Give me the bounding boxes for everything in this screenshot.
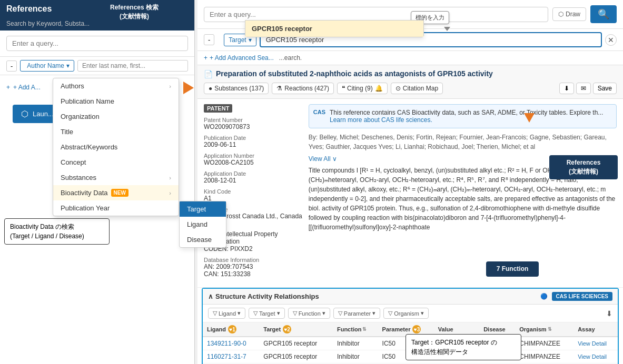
ligand-badge: ♥1 [228,325,236,333]
organism-cell-2: CHIMPANZEE [519,353,560,360]
submenu-ligand[interactable]: Ligand [180,217,226,232]
dropdown-publication-name[interactable]: Publication Name [53,94,179,109]
filter-tri-icon: ▽ [213,310,217,317]
left-panel: References Search by Keyword, Substa... … [0,0,195,364]
dropdown-substances[interactable]: Substances › [53,170,179,185]
target-dropdown-label: Target [229,36,246,44]
col-ligand: Ligand ♥1 [203,322,259,337]
save-button[interactable]: Save [593,83,617,94]
tooltip-arrow [444,27,450,31]
tab-citing[interactable]: ❝ Citing (9) 🔔 [337,83,388,94]
doc-icon: 📄 [204,70,213,78]
sar-download-icon[interactable]: ⬇ [606,309,612,318]
publication-year-label: Publication Year [61,204,110,212]
draw-button[interactable]: ⬡ Draw [552,7,586,21]
cas-banner-text: This reference contains CAS Bioactivity … [330,109,603,124]
substances-label: Substances [61,174,96,181]
target-filter-label: Target [259,310,275,317]
article-text-area: CAS This reference contains CAS Bioactiv… [309,104,617,282]
chevron-right-icon-3: › [169,190,171,196]
left-search-area [0,31,194,57]
db-block: Database Information AN: 2009:707543CAN:… [204,257,302,278]
target-badge: ♥2 [283,325,291,333]
author-name-dropdown[interactable]: Author Name ▾ [20,60,74,72]
autocomplete-item-1[interactable]: GPCR105 receptor [245,21,423,37]
chevron-down-parameter: ▾ [372,310,375,317]
clear-target-btn[interactable]: ✕ [605,34,617,46]
filter-tri-icon-4: ▽ [338,310,342,317]
cas-logo: CAS [313,109,325,115]
collapse-icon[interactable]: ∧ [208,292,213,300]
authors-label: Authors [61,82,84,90]
app-date-value: 2008-12-01 [204,177,302,184]
chevron-down-ligand: ▾ [238,310,241,317]
col-assay: Assay [573,322,618,337]
app-date-block: Application Date 2008-12-01 [204,170,302,184]
left-search-input[interactable] [6,36,188,51]
dropdown-pub-year[interactable]: Publication Year [53,200,179,216]
dropdown-concept[interactable]: Concept [53,155,179,170]
app-title: References [6,4,52,13]
target-filter[interactable]: ▽ Target ▾ [249,308,285,319]
author-filter-input[interactable] [77,60,188,72]
dropdown-abstract[interactable]: Abstract/Keywords [53,139,179,155]
ligand-link-2[interactable]: 1160271-31-7 [207,353,246,360]
tab-substances[interactable]: ● Substances (137) [204,83,269,94]
assay-link-1[interactable]: View Detail [578,340,607,347]
cas-logo-small: 🔵 [540,293,548,300]
ligand-link-1[interactable]: 1349211-90-0 [207,340,246,347]
target-minus-btn[interactable]: - [204,34,214,45]
filter-minus-btn[interactable]: - [6,60,17,72]
submenu-target[interactable]: Target [180,201,226,217]
disease-label: Disease [187,236,212,244]
concept-label: Concept [61,158,86,166]
article-tabs: ● Substances (137) ⚗ Reactions (427) ❝ C… [204,83,617,94]
learn-more-link[interactable]: Learn more about CAS life sciences. [330,116,432,124]
ligand-filter[interactable]: ▽ Ligand ▾ [208,308,245,319]
chevron-down-icon: ▾ [66,62,70,69]
tab-reactions[interactable]: ⚗ Reactions (427) [272,83,334,94]
filter-row: - Author Name ▾ [0,57,194,75]
sar-title: ∧ Structure Activity Relationships [208,292,319,300]
dropdown-bioactivity[interactable]: Bioactivity Data NEW › [53,185,179,200]
article-title: 📄 Preparation of substituted 2-naphthoic… [204,69,617,78]
plus-icon-right: + [204,54,207,62]
dropdown-title[interactable]: Title [53,124,179,139]
search-button[interactable]: 🔍 [590,5,617,23]
ligand-filter-label: Ligand [219,310,236,317]
function-filter[interactable]: ▽ Function ▾ [288,308,330,319]
app-number-value: WO2008-CA2105 [204,159,302,166]
add-advanced-right: + + Add Advanced Sea... ...earch. [197,51,623,65]
app-number-label: Application Number [204,153,302,159]
substances-tab-icon: ● [209,85,212,92]
parameter-badge: ♥3 [412,325,421,333]
arrow-right [183,82,194,96]
view-all-link[interactable]: View All ∨ [309,155,337,163]
dropdown-authors[interactable]: Authors › [53,78,179,94]
db-value: AN: 2009:707543CAN: 151:33238 [204,263,302,278]
pub-date-value: 2009-06-11 [204,141,302,148]
chevron-right-icon-2: › [169,175,171,181]
ligand-col-label: Ligand [207,326,226,332]
target-col-label: Target [263,326,281,332]
references-right-annotation: References(文献情報) [549,155,618,179]
function-cell-2: Inhibitor [337,353,360,360]
submenu-disease[interactable]: Disease [180,232,226,247]
tab-citation-map[interactable]: ⊙ Citation Map [391,83,443,94]
organism-sort-icon: ⇅ [548,327,552,332]
citing-tab-label: Citing (9) [347,85,373,92]
organism-filter[interactable]: ▽ Organism ▾ [383,308,429,319]
target-cell-2: GPCR105 receptor [263,353,317,360]
parameter-filter[interactable]: ▽ Parameter ▾ [333,308,380,319]
download-button[interactable]: ⬇ [559,83,574,94]
sar-filters: ▽ Ligand ▾ ▽ Target ▾ ▽ Function ▾ ▽ Par… [203,305,618,322]
cas-life-sciences-badge: CAS LIFE SCIENCES [552,292,612,301]
patent-number-label: Patent Number [204,117,302,123]
dropdown-organization[interactable]: Organization [53,109,179,124]
email-button[interactable]: ✉ [576,83,591,94]
citing-tab-icon: ❝ [342,85,345,92]
assay-link-2[interactable]: View Detail [578,353,607,360]
sar-header: ∧ Structure Activity Relationships 🔵 CAS… [203,289,618,305]
author-name-label: Author Name [27,62,64,69]
patent-info: PATENT Patent Number WO2009070873 Public… [204,104,302,282]
